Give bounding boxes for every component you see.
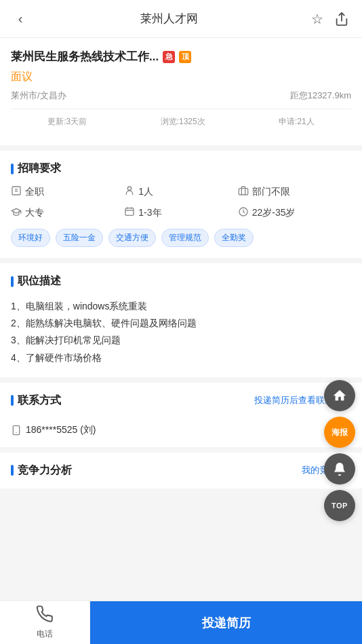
job-title: 莱州民生服务热线技术工作... [11,49,159,64]
float-home-button[interactable] [324,380,355,411]
req-grid: 全职 1人 部门不限 大专 1-3年 [11,185,351,219]
contact-section: 联系方式 投递简历后查看联系方式 186****5525 (刘) [0,383,362,447]
req-type-icon [11,185,22,198]
back-button[interactable]: ‹ [11,10,30,29]
tag-2: 交通方便 [108,229,156,247]
float-buttons: 海报 TOP [324,380,355,521]
contact-phone: 186****5525 (刘) [11,424,351,436]
contact-title: 联系方式 [11,394,61,408]
tags-row: 环境好 五险一金 交通方便 管理规范 全勤奖 [11,229,351,247]
description-title: 职位描述 [11,274,351,288]
page-title: 莱州人才网 [30,11,308,26]
req-dept-icon [238,185,249,198]
section-bar-contact [11,395,14,406]
phone-icon [36,605,54,627]
badge-top: 顶 [179,51,191,63]
stat-applicants: 申请:21人 [279,116,315,128]
req-age-icon [238,206,249,219]
svg-rect-11 [13,425,19,434]
description-section: 职位描述 1、电脑组装，windows系统重装 2、能熟练解决电脑软、硬件问题及… [0,263,362,377]
stats-row: 更新:3天前 浏览:1325次 申请:21人 [11,109,351,134]
float-top-button[interactable]: TOP [324,490,355,521]
req-edu-icon [11,206,22,219]
phone-button[interactable]: 电话 [0,601,90,644]
compete-section: 竞争力分析 我的竞争力 › [0,453,362,489]
tag-1: 五险一金 [56,229,103,247]
compete-title: 竞争力分析 [11,463,72,478]
star-button[interactable]: ☆ [308,10,327,29]
tag-0: 环境好 [11,229,50,247]
requirements-title: 招聘要求 [11,162,351,176]
job-card: 莱州民生服务热线技术工作... 急 顶 面议 莱州市/文昌办 距您12327.9… [0,38,362,145]
section-bar [11,164,14,174]
desc-item-2: 3、能解决打印机常见问题 [11,332,351,349]
desc-item-1: 2、能熟练解决电脑软、硬件问题及网络问题 [11,315,351,332]
apply-button[interactable]: 投递简历 [90,601,362,644]
desc-list: 1、电脑组装，windows系统重装 2、能熟练解决电脑软、硬件问题及网络问题 … [11,298,351,366]
svg-rect-5 [239,189,247,195]
tag-3: 管理规范 [161,229,209,247]
phone-number: 186****5525 (刘) [26,424,96,436]
req-exp: 1-3年 [124,206,237,219]
job-salary: 面议 [11,70,351,84]
req-dept: 部门不限 [238,185,351,198]
phone-label: 电话 [37,628,53,640]
section-bar-desc [11,276,14,287]
job-distance: 距您12327.9km [290,90,351,102]
requirements-section: 招聘要求 全职 1人 部门不限 大专 [0,151,362,258]
job-meta-row: 莱州市/文昌办 距您12327.9km [11,90,351,102]
badge-urgent: 急 [163,51,175,63]
job-location: 莱州市/文昌办 [11,90,66,102]
req-headcount-icon [124,185,135,198]
svg-point-12 [16,432,16,432]
share-button[interactable] [332,10,351,29]
stat-views: 浏览:1325次 [161,116,205,128]
compete-header: 竞争力分析 我的竞争力 › [11,463,351,478]
contact-header: 联系方式 投递简历后查看联系方式 [11,394,351,408]
section-bar-compete [11,465,14,476]
desc-item-3: 4、了解硬件市场价格 [11,349,351,366]
req-age: 22岁-35岁 [238,206,351,219]
float-bell-button[interactable] [324,453,355,485]
tag-4: 全勤奖 [214,229,254,247]
req-headcount: 1人 [124,185,237,198]
req-exp-icon [124,206,135,219]
desc-item-0: 1、电脑组装，windows系统重装 [11,298,351,315]
job-title-row: 莱州民生服务热线技术工作... 急 顶 [11,49,351,64]
req-type: 全职 [11,185,124,198]
header: ‹ 莱州人才网 ☆ [0,0,362,38]
bottom-bar: 电话 投递简历 [0,601,362,644]
req-edu: 大专 [11,206,124,219]
stat-update: 更新:3天前 [47,116,87,128]
float-poster-button[interactable]: 海报 [324,417,355,448]
svg-rect-6 [125,208,134,216]
svg-point-4 [128,187,132,190]
